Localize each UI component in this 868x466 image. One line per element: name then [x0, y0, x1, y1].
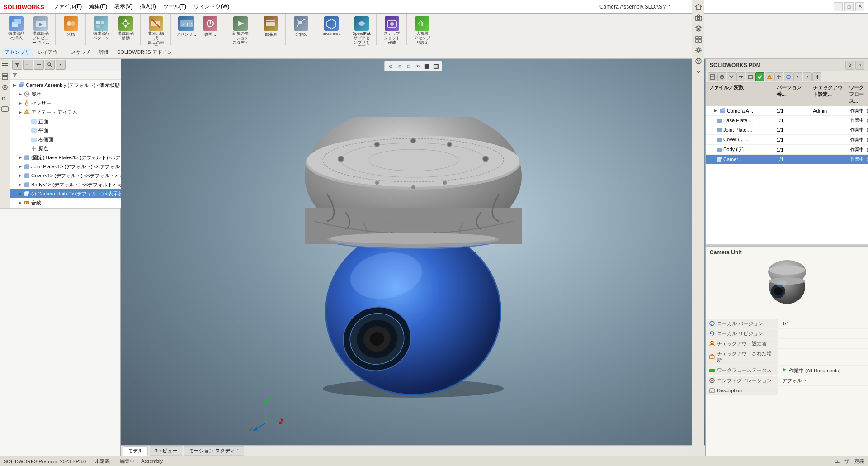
menu-window[interactable]: ウィンドウ(W) [190, 2, 233, 11]
svg-point-119 [697, 17, 700, 20]
expand-arrow[interactable]: ▶ [18, 101, 22, 105]
tab-assembly[interactable]: アセンブリ [2, 48, 33, 57]
expand-arrow[interactable]: ▶ [18, 155, 22, 160]
arrow-down-icon[interactable] [693, 67, 703, 77]
pdm-file-tree[interactable]: Camera A... 1/1 Admin 作業中（ [706, 106, 868, 244]
expand-arrow[interactable]: ▶ [18, 92, 22, 96]
component-move-button[interactable]: 構成部品移動 [114, 15, 137, 42]
col-workflow[interactable]: ワークフロー ス... [846, 83, 868, 106]
camera-icon[interactable] [693, 13, 703, 23]
tab-layout[interactable]: レイアウト [35, 48, 66, 57]
assem-config-button[interactable]: アセンフ... アセンフ... [175, 15, 198, 38]
pdm-tool-6[interactable] [755, 72, 764, 81]
largescale-button[interactable]: ⟰ 大規模アセンブリ設定 [410, 15, 434, 46]
menu-edit[interactable]: 編集(E) [85, 2, 111, 11]
svg-rect-155 [717, 138, 722, 142]
dime-expert-icon[interactable]: D [0, 93, 10, 103]
pdm-tool-4[interactable] [736, 72, 745, 81]
hide-show-button[interactable]: 👁 [414, 62, 422, 70]
merge-button[interactable]: 合標 [59, 15, 83, 38]
display-style-button[interactable]: □ [405, 62, 413, 70]
section-view-button[interactable]: ⬛ [423, 62, 431, 70]
expand-arrow[interactable]: ▶ [18, 164, 22, 169]
settings-icon[interactable] [693, 45, 703, 55]
view-settings-button[interactable]: ⚙ [396, 62, 404, 70]
viewport[interactable]: ⊙ ⚙ □ 👁 ⬛ 🔲 [121, 59, 705, 456]
feature-manager-icon[interactable] [0, 61, 10, 71]
pdm-row-base-plate[interactable]: Base Plate ... 1/1 作業中（ [706, 116, 868, 125]
svg-marker-28 [327, 19, 336, 29]
insert-component-button[interactable]: 構成部品の挿入 [5, 15, 28, 42]
pdm-tool-3[interactable] [727, 72, 736, 81]
pdm-tool-9[interactable]: i [784, 72, 793, 81]
zoom-fit-button[interactable]: ⊙ [387, 62, 395, 70]
layers-icon[interactable] [693, 24, 703, 33]
expand-arrow[interactable]: ▶ [18, 173, 22, 178]
tab-addin[interactable]: SOLIDWORKS アドイン [114, 48, 175, 57]
pdm-row-cover[interactable]: Cover (デ... 1/1 作業中（ [706, 135, 868, 145]
reference-button[interactable]: 参照... [198, 15, 222, 38]
pdm-tool-5[interactable] [746, 72, 755, 81]
instant3d-button[interactable]: Instant3D [320, 15, 343, 37]
pdm-panel: SOLIDWORKS PDM ⚙ ‹‹ [705, 59, 868, 456]
expand-arrow[interactable]: ▶ [18, 200, 22, 205]
svg-rect-160 [718, 157, 722, 159]
pdm-tool-8[interactable] [774, 72, 783, 81]
expand-arrow[interactable]: ▶ [18, 191, 22, 196]
pdm-tool-1[interactable] [708, 72, 717, 81]
grid-icon[interactable] [693, 34, 703, 44]
tab-sketch[interactable]: スケッチ [68, 48, 94, 57]
pdm-prev-button[interactable]: ‹ [793, 72, 802, 81]
arrow-right-button[interactable]: › [56, 60, 66, 70]
col-file[interactable]: ファイル／変数 [706, 83, 774, 106]
col-checkout[interactable]: チェックアウト設定... [810, 83, 846, 106]
expand-all-button[interactable]: ≡ [23, 60, 33, 70]
view-orientation-button[interactable]: 🔲 [432, 62, 440, 70]
pdm-row-body[interactable]: Body (デ... 1/1 作業中（ [706, 145, 868, 155]
menu-insert[interactable]: 挿入(I) [136, 2, 159, 11]
expand-arrow[interactable]: ▶ [12, 83, 17, 87]
palette-icon[interactable] [693, 56, 703, 66]
hide-components-button[interactable]: 非表示構成部品の表示 [144, 15, 168, 46]
pdm-row-camera-assembly[interactable]: Camera A... 1/1 Admin 作業中（ [706, 106, 868, 116]
pdm-row-camera-unit[interactable]: Camer... 1/1 作業中（ [706, 155, 868, 164]
home-icon[interactable] [693, 2, 703, 12]
close-button[interactable]: ✕ [855, 2, 864, 11]
display-manager-icon[interactable] [0, 104, 10, 114]
pdm-last-button[interactable]: ›| [812, 72, 821, 81]
filter-button[interactable] [12, 60, 22, 70]
svg-line-47 [50, 65, 52, 67]
menu-tools[interactable]: ツール(T) [160, 2, 190, 11]
component-pattern-button[interactable]: 構成部品パターン [90, 15, 113, 42]
speedpak-button[interactable]: SpeedPakサブアセンブリを更新 [350, 15, 373, 46]
minimize-button[interactable]: ─ [834, 2, 843, 11]
col-version[interactable]: バージョン番... [774, 83, 810, 106]
expand-arrow[interactable]: ▶ [18, 110, 22, 114]
tab-evaluate[interactable]: 評価 [96, 48, 112, 57]
snapshot-button[interactable]: スナップショット作成 [380, 15, 404, 46]
motion-study-button[interactable]: 新規のモーションスタディ [229, 15, 252, 46]
tab-3d-view[interactable]: 3D ビュー [150, 446, 182, 456]
menu-file[interactable]: ファイル(F) [50, 2, 85, 11]
pdm-collapse-button[interactable]: ‹‹ [855, 61, 864, 70]
tab-motion-study[interactable]: モーション スタディ 1 [184, 446, 244, 456]
expand-arrow[interactable]: ▶ [18, 182, 22, 187]
pdm-tool-2[interactable] [717, 72, 726, 81]
pdm-row-joint-plate[interactable]: Joint Plate ... 1/1 作業中（ [706, 125, 868, 135]
property-manager-icon[interactable] [0, 71, 10, 81]
search-button[interactable] [45, 60, 55, 70]
assembly-icon [18, 81, 25, 89]
svg-marker-68 [24, 182, 29, 183]
tab-model[interactable]: モデル [123, 446, 148, 456]
component-preview-button[interactable]: 構成部品プレビュー ウィ... [29, 15, 52, 46]
collapse-button[interactable] [34, 60, 44, 70]
explode-button[interactable]: 分解図 [289, 15, 313, 38]
config-val-icon [709, 377, 715, 384]
bom-button[interactable]: 部品表 [259, 15, 283, 38]
pdm-tool-7[interactable] [765, 72, 774, 81]
pdm-settings-button[interactable]: ⚙ [845, 61, 854, 70]
menu-view[interactable]: 表示(V) [111, 2, 136, 11]
pdm-next-button[interactable]: › [803, 72, 812, 81]
restore-button[interactable]: □ [844, 2, 854, 11]
config-manager-icon[interactable] [0, 82, 10, 92]
